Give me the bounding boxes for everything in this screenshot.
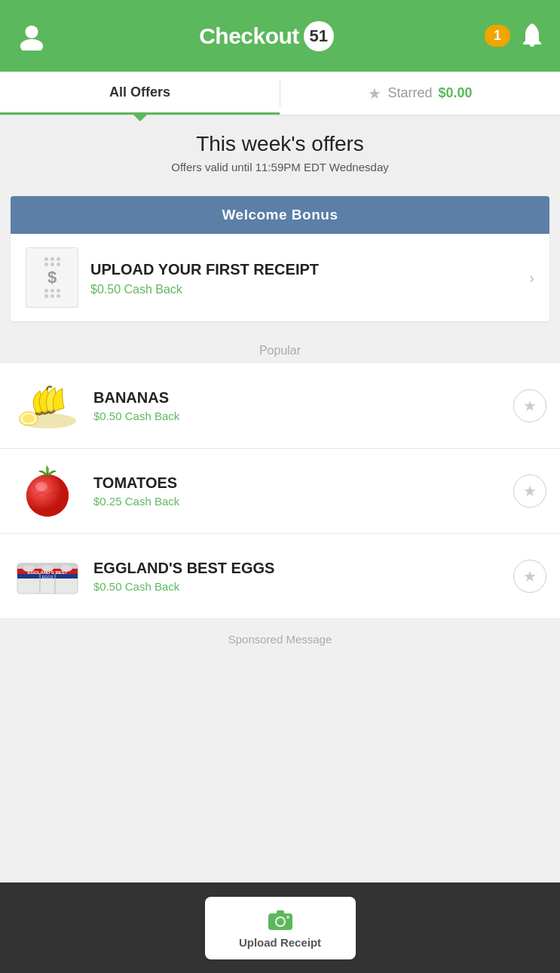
welcome-bonus-label: Welcome Bonus [222,207,338,223]
svg-point-0 [25,25,38,38]
svg-point-1 [20,38,43,50]
star-icon: ★ [523,397,537,415]
bananas-info: BANANAS $0.50 Cash Back [93,389,501,422]
star-icon: ★ [368,84,381,103]
camera-icon [267,907,294,932]
bottom-bar-bg-left [0,882,197,973]
tomatoes-star-button[interactable]: ★ [513,474,546,508]
eggs-star-button[interactable]: ★ [513,560,546,593]
all-offers-label: All Offers [109,84,170,100]
svg-point-23 [286,916,289,919]
receipt-offer-card[interactable]: $ UPLOAD YOUR FIRST RECEIPT $0.50 Cash B… [11,234,549,321]
star-icon: ★ [523,567,537,585]
svg-point-17 [41,564,54,572]
dollar-sign: $ [47,268,57,287]
eggs-info: EGGLAND'S BEST EGGS $0.50 Cash Back [93,560,501,593]
eggs-image: EGGLAND'S BEST EGGS [14,546,81,606]
receipt-icon: $ [26,247,78,308]
list-item[interactable]: BANANAS $0.50 Cash Back ★ [0,364,560,449]
svg-point-18 [60,564,72,572]
tab-bar: All Offers ★ Starred $0.00 [0,72,560,115]
eggs-cashback: $0.50 Cash Back [93,580,501,593]
receipt-offer-title: UPLOAD YOUR FIRST RECEIPT [90,259,517,279]
week-title: This week's offers [15,132,545,156]
svg-text:EGGS: EGGS [42,574,54,579]
tomatoes-image [14,461,81,521]
logo: Checkout 51 [199,21,334,51]
week-header: This week's offers Offers valid until 11… [0,115,560,187]
profile-button[interactable] [15,20,48,53]
notification-badge[interactable]: 1 [485,25,510,47]
sponsored-section: Sponsored Message [0,619,560,652]
tomatoes-info: TOMATOES $0.25 Cash Back [93,474,501,508]
list-item[interactable]: TOMATOES $0.25 Cash Back ★ [0,449,560,534]
upload-label: Upload Receipt [239,936,321,949]
upload-receipt-button[interactable]: Upload Receipt [205,897,356,959]
receipt-cashback: $0.50 Cash Back [90,283,517,296]
svg-point-16 [23,564,35,572]
popular-section-label: Popular [0,333,560,364]
list-item[interactable]: EGGLAND'S BEST EGGS EGGLAND'S BEST EGGS … [0,534,560,619]
receipt-info: UPLOAD YOUR FIRST RECEIPT $0.50 Cash Bac… [90,259,517,296]
logo-badge: 51 [304,21,334,51]
user-icon [17,22,46,51]
product-list: BANANAS $0.50 Cash Back ★ [0,364,560,619]
welcome-bonus-banner: Welcome Bonus [11,196,549,234]
starred-amount: $0.00 [438,85,472,101]
eggs-name: EGGLAND'S BEST EGGS [93,560,501,577]
starred-label: Starred [387,85,432,101]
bananas-name: BANANAS [93,389,501,407]
bottom-bar-bg-right [363,882,561,973]
sponsored-label: Sponsored Message [228,633,332,646]
bell-icon[interactable] [519,21,545,51]
app-header: Checkout 51 1 [0,0,560,72]
tab-starred[interactable]: ★ Starred $0.00 [280,72,560,115]
tab-all-offers[interactable]: All Offers [0,72,280,115]
svg-point-4 [23,414,35,423]
svg-point-7 [35,482,47,491]
week-subtitle: Offers valid until 11:59PM EDT Wednesday [15,161,545,173]
svg-rect-22 [277,910,284,915]
tomatoes-name: TOMATOES [93,474,501,492]
bottom-bar: Upload Receipt [0,882,560,973]
tomatoes-cashback: $0.25 Cash Back [93,495,501,508]
star-icon: ★ [523,482,537,500]
main-content: This week's offers Offers valid until 11… [0,115,560,727]
bananas-image [14,376,81,436]
bananas-star-button[interactable]: ★ [513,389,546,422]
bananas-cashback: $0.50 Cash Back [93,410,501,422]
logo-text: Checkout [199,23,299,49]
receipt-chevron-right-icon: › [529,269,534,287]
header-right-icons: 1 [485,21,545,51]
svg-point-21 [277,918,284,925]
